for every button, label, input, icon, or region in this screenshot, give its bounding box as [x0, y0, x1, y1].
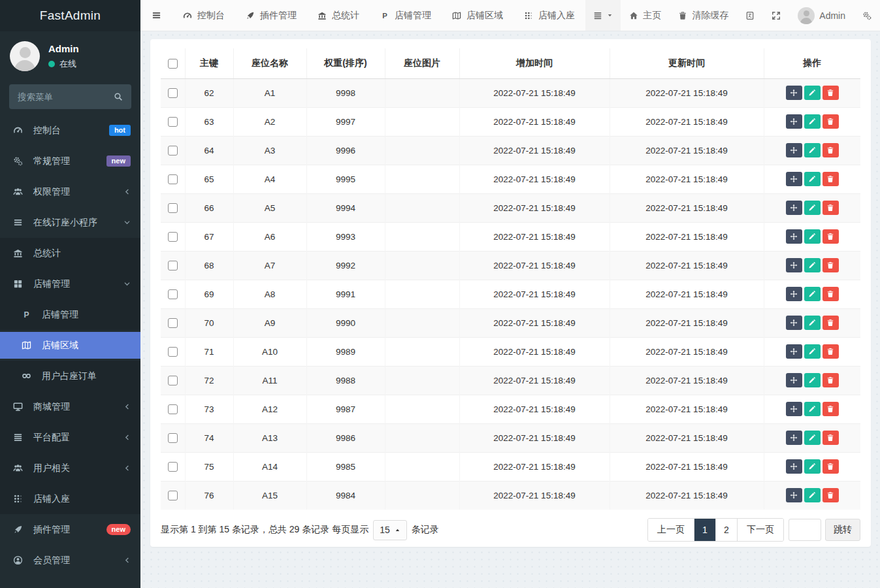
- delete-row-button[interactable]: [823, 172, 839, 186]
- row-checkbox[interactable]: [168, 261, 178, 270]
- delete-row-button[interactable]: [823, 373, 839, 387]
- delete-row-button[interactable]: [823, 258, 839, 272]
- sidebar-item-platform[interactable]: 平台配置: [0, 422, 140, 453]
- edit-row-button[interactable]: [804, 143, 821, 157]
- delete-row-button[interactable]: [823, 431, 839, 445]
- fullscreen-button[interactable]: [763, 0, 789, 31]
- sidebar-item-shop-area[interactable]: 店铺区域: [0, 332, 140, 359]
- sidebar-item-shop-manage-sub[interactable]: P店铺管理: [0, 299, 140, 330]
- page-size-select[interactable]: 15: [373, 520, 407, 540]
- row-checkbox[interactable]: [168, 462, 178, 472]
- edit-row-button[interactable]: [804, 459, 821, 474]
- row-checkbox[interactable]: [168, 289, 178, 299]
- row-checkbox[interactable]: [168, 404, 178, 414]
- row-checkbox[interactable]: [168, 491, 178, 500]
- tab-shop-manage[interactable]: P店铺管理: [370, 0, 442, 31]
- sidebar-item-stats[interactable]: 总统计: [0, 238, 140, 269]
- language-button[interactable]: [737, 0, 763, 31]
- move-row-button[interactable]: [786, 316, 802, 330]
- edit-row-button[interactable]: [804, 201, 821, 215]
- tab-stats[interactable]: 总统计: [307, 0, 370, 31]
- delete-row-button[interactable]: [823, 344, 839, 359]
- delete-row-button[interactable]: [823, 201, 839, 215]
- edit-row-button[interactable]: [804, 229, 821, 244]
- jump-button[interactable]: 跳转: [825, 519, 860, 541]
- page-button-2[interactable]: 2: [715, 519, 737, 541]
- move-row-button[interactable]: [786, 143, 802, 157]
- next-page-button[interactable]: 下一页: [737, 519, 783, 541]
- move-row-button[interactable]: [786, 344, 802, 359]
- row-checkbox[interactable]: [168, 203, 178, 213]
- row-checkbox[interactable]: [168, 232, 178, 242]
- clear-cache-button[interactable]: 清除缓存: [670, 0, 737, 31]
- select-all-checkbox[interactable]: [168, 59, 178, 69]
- sidebar-item-auth[interactable]: 权限管理: [0, 176, 140, 207]
- edit-row-button[interactable]: [804, 172, 821, 186]
- menu-search-input[interactable]: [18, 92, 114, 102]
- edit-row-button[interactable]: [804, 402, 821, 416]
- delete-row-button[interactable]: [823, 488, 839, 502]
- row-checkbox[interactable]: [168, 88, 178, 98]
- move-row-button[interactable]: [786, 86, 802, 100]
- delete-row-button[interactable]: [823, 316, 839, 330]
- move-row-button[interactable]: [786, 459, 802, 474]
- delete-row-button[interactable]: [823, 143, 839, 157]
- move-row-button[interactable]: [786, 172, 802, 186]
- tab-shop-area[interactable]: 店铺区域: [442, 0, 513, 31]
- sidebar-item-addon[interactable]: 插件管理new: [0, 514, 140, 545]
- row-checkbox[interactable]: [168, 146, 178, 155]
- edit-row-button[interactable]: [804, 258, 821, 272]
- move-row-button[interactable]: [786, 402, 802, 416]
- sidebar-item-mini-program[interactable]: 在线订座小程序: [0, 207, 140, 238]
- sidebar-item-user-related[interactable]: 用户相关: [0, 453, 140, 483]
- delete-row-button[interactable]: [823, 459, 839, 474]
- move-row-button[interactable]: [786, 201, 802, 215]
- edit-row-button[interactable]: [804, 344, 821, 359]
- row-checkbox[interactable]: [168, 433, 178, 443]
- tab-addon[interactable]: 插件管理: [235, 0, 307, 31]
- edit-row-button[interactable]: [804, 431, 821, 445]
- row-checkbox[interactable]: [168, 117, 178, 127]
- move-row-button[interactable]: [786, 114, 802, 129]
- page-button-1[interactable]: 1: [694, 519, 715, 541]
- edit-row-button[interactable]: [804, 86, 821, 100]
- delete-row-button[interactable]: [823, 287, 839, 301]
- row-checkbox[interactable]: [168, 318, 178, 328]
- sidebar-item-user-seat-order[interactable]: 用户占座订单: [0, 361, 140, 391]
- sidebar-item-general[interactable]: 常规管理new: [0, 146, 140, 176]
- user-menu[interactable]: Admin: [789, 0, 854, 31]
- delete-row-button[interactable]: [823, 402, 839, 416]
- delete-row-button[interactable]: [823, 86, 839, 100]
- move-row-button[interactable]: [786, 287, 802, 301]
- move-row-button[interactable]: [786, 258, 802, 272]
- app-logo[interactable]: FastAdmin: [0, 0, 140, 31]
- move-row-button[interactable]: [786, 431, 802, 445]
- tab-shop-seat[interactable]: 店铺入座: [513, 0, 585, 31]
- sidebar-item-shop-seat[interactable]: 店铺入座: [0, 483, 140, 514]
- user-avatar[interactable]: [10, 41, 40, 71]
- jump-page-input[interactable]: [789, 519, 821, 541]
- tab-console[interactable]: 控制台: [172, 0, 235, 31]
- delete-row-button[interactable]: [823, 229, 839, 244]
- row-checkbox[interactable]: [168, 347, 178, 357]
- search-icon[interactable]: [114, 92, 123, 101]
- sidebar-item-member[interactable]: 会员管理: [0, 545, 140, 576]
- row-checkbox[interactable]: [168, 174, 178, 184]
- move-row-button[interactable]: [786, 229, 802, 244]
- edit-row-button[interactable]: [804, 316, 821, 330]
- edit-row-button[interactable]: [804, 114, 821, 129]
- home-button[interactable]: 主页: [621, 0, 670, 31]
- row-checkbox[interactable]: [168, 376, 178, 385]
- sidebar-item-shop-manage[interactable]: 店铺管理: [0, 269, 140, 299]
- sidebar-item-console[interactable]: 控制台hot: [0, 115, 140, 146]
- move-row-button[interactable]: [786, 373, 802, 387]
- sidebar-item-mall[interactable]: 商城管理: [0, 391, 140, 422]
- delete-row-button[interactable]: [823, 114, 839, 129]
- edit-row-button[interactable]: [804, 287, 821, 301]
- settings-button[interactable]: [854, 0, 880, 31]
- edit-row-button[interactable]: [804, 488, 821, 502]
- move-row-button[interactable]: [786, 488, 802, 502]
- prev-page-button[interactable]: 上一页: [648, 519, 694, 541]
- topbar-nav-dropdown[interactable]: [585, 0, 621, 31]
- edit-row-button[interactable]: [804, 373, 821, 387]
